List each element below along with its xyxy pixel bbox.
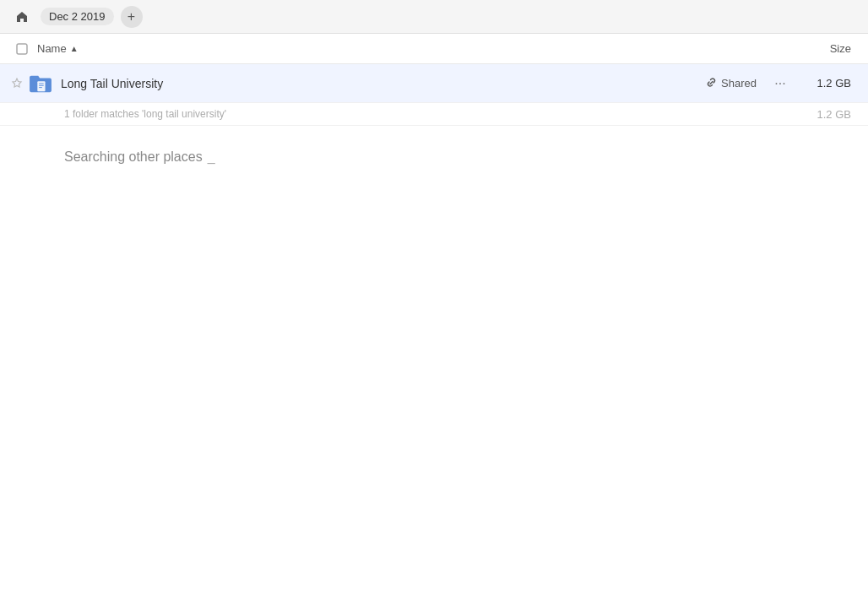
add-tab-button[interactable]: + [121, 6, 143, 28]
top-bar: Dec 2 2019 + [0, 0, 868, 34]
svg-rect-0 [17, 44, 27, 54]
match-size: 1.2 GB [817, 108, 861, 121]
name-column-header[interactable]: Name ▲ [37, 42, 794, 55]
loading-indicator: _ [208, 149, 216, 165]
folder-icon [27, 70, 54, 97]
searching-label: Searching other places [64, 149, 203, 165]
shared-badge: Shared [706, 77, 757, 90]
column-headers: Name ▲ Size [0, 34, 868, 64]
more-options-button[interactable]: ··· [767, 76, 794, 91]
select-all-checkbox[interactable] [7, 43, 37, 55]
svg-rect-1 [37, 81, 45, 91]
size-column-header: Size [794, 42, 861, 55]
searching-section: Searching other places _ [0, 126, 868, 178]
match-count-row: 1.2 GB 1 folder matches 'long tail unive… [0, 103, 868, 126]
link-icon [706, 77, 717, 90]
sort-arrow-icon: ▲ [70, 44, 79, 53]
file-row[interactable]: Long Tail University Shared ··· 1.2 GB [0, 64, 868, 103]
home-button[interactable] [10, 5, 34, 29]
file-name: Long Tail University [61, 77, 706, 90]
breadcrumb-label: Dec 2 2019 [49, 10, 106, 23]
shared-label: Shared [721, 77, 757, 90]
star-button[interactable] [7, 78, 27, 90]
breadcrumb-chip[interactable]: Dec 2 2019 [41, 8, 114, 25]
match-text: 1 folder matches 'long tail university' [64, 108, 226, 120]
file-size: 1.2 GB [800, 77, 861, 90]
